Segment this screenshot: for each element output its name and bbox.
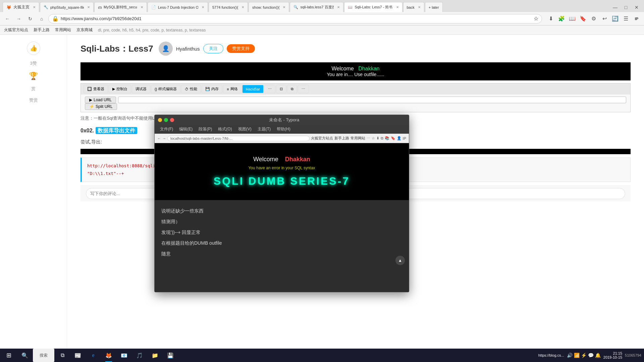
typora-tool1-icon[interactable]: ⬇ [376, 136, 379, 140]
minimize-button[interactable]: — [610, 3, 620, 12]
network-icon[interactable]: 📶 [574, 353, 580, 358]
tab-less7-outfile[interactable]: 📄 Less-7 Dumb Injection Outfile... ✕ [148, 2, 208, 12]
back-button[interactable]: ← [3, 14, 12, 23]
home-button[interactable]: ⌂ [37, 14, 46, 23]
tab-close-icon[interactable]: ✕ [141, 5, 143, 9]
tab-close-icon[interactable]: ✕ [202, 5, 204, 9]
tab-sqli-search[interactable]: 🔍 sqli-labs.less7 百度搜索 ✕ [290, 2, 343, 12]
tab-close-icon[interactable]: ✕ [396, 5, 399, 9]
tab-back[interactable]: back ✕ [403, 2, 424, 12]
bookmark-firefox[interactable]: 火狐官方站点 [3, 26, 30, 34]
like-button[interactable]: 👍 [27, 42, 40, 55]
typora-nav-forward[interactable]: → [162, 136, 166, 140]
close-button[interactable]: ✕ [632, 3, 641, 12]
battery-icon[interactable]: ⚡ [581, 353, 587, 358]
sync-button[interactable]: 🔄 [610, 14, 620, 23]
typora-menu-view[interactable]: 视图(V) [235, 126, 254, 133]
bookmark-newuser[interactable]: 新手上路 [32, 26, 51, 34]
tab-close-icon[interactable]: ✕ [241, 5, 244, 9]
typora-nav-back[interactable]: ← [157, 136, 161, 140]
typora-menu-paragraph[interactable]: 段落(P) [196, 126, 215, 133]
start-button[interactable]: ⊞ [3, 349, 15, 361]
devtab-hackbar[interactable]: HackBar [242, 85, 264, 93]
devtab-inspector[interactable]: 🔲 查看器 [84, 85, 108, 93]
notification-icon[interactable]: 🔔 [595, 353, 601, 358]
taskbar-taskview[interactable]: ⧉ [55, 349, 70, 362]
typora-minimize-button[interactable] [158, 118, 162, 122]
typora-tool5-icon[interactable]: 👤 [397, 136, 401, 140]
bookmark-code[interactable]: dl, pre, code, h6, h5, h4, pre, code, p,… [97, 27, 207, 33]
taskbar-thunderbird[interactable]: 📧 [117, 349, 131, 362]
typora-tool6-icon[interactable]: IP [403, 136, 406, 140]
typora-close-button[interactable] [170, 118, 174, 122]
typora-menu-file[interactable]: 文件(F) [157, 126, 176, 133]
tab-5774[interactable]: 5774 function(){ ✕ [209, 2, 248, 12]
devtab-icon2[interactable]: ⧉ [287, 85, 297, 93]
typora-tool4-icon[interactable]: 🔖 [391, 136, 395, 140]
ip-button[interactable]: IP [632, 14, 641, 23]
settings-button[interactable]: ⚙ [589, 14, 598, 23]
refresh-button[interactable]: ↻ [25, 14, 35, 23]
typora-tool2-icon[interactable]: ⧉ [381, 136, 383, 140]
tab-jianshu[interactable]: 📖 Sqli-Labs: Less7 - 简书 ✕ [344, 2, 402, 12]
devtab-network[interactable]: ≡ 网络 [223, 85, 241, 93]
taskbar-disk[interactable]: 💾 [163, 349, 178, 362]
tab-mysql[interactable]: 🗃 MySQL新特性_secure_file_pro... ✕ [94, 2, 147, 12]
extensions-button[interactable]: 🧩 [557, 14, 566, 23]
reader-button[interactable]: 📖 [568, 14, 577, 23]
scroll-up-button[interactable]: ▲ [395, 256, 405, 265]
maximize-button[interactable]: □ [621, 3, 631, 12]
tab-show[interactable]: show: function(){ ✕ [249, 2, 289, 12]
download-button[interactable]: ⬇ [546, 14, 555, 23]
devtab-more[interactable]: ⋯ [264, 85, 275, 93]
split-url-button[interactable]: ⚡ Split URL [85, 103, 117, 110]
typora-menu-edit[interactable]: 编辑(E) [176, 126, 195, 133]
devtab-style[interactable]: {} 样式编辑器 [151, 85, 180, 93]
devtab-debugger[interactable]: 调试器 [132, 85, 150, 93]
taskbar-cortana[interactable]: 🎵 [132, 349, 147, 362]
bookmark-common[interactable]: 常用网站 [54, 26, 72, 34]
typora-address-bar[interactable]: localhost/sqli-labs-master/Less-7/fd-... [167, 136, 310, 141]
hackbar-url-input[interactable] [118, 97, 626, 103]
typora-bookmark-1[interactable]: 火狐官方站点 [311, 136, 333, 141]
typora-menu-help[interactable]: 帮助(H) [274, 126, 293, 133]
devtab-perf[interactable]: ⏱ 性能 [181, 85, 201, 93]
menu-button[interactable]: ☰ [621, 14, 631, 23]
tab-close-icon[interactable]: ✕ [87, 5, 90, 9]
typora-star-icon[interactable]: ☆ [372, 136, 375, 140]
tab-firefox-home[interactable]: 🦊 火狐主页 ✕ [3, 2, 39, 12]
sponsor-button[interactable]: 赞赏支持 [227, 44, 255, 53]
bookmark-jd[interactable]: 京东商城 [75, 26, 94, 34]
devtab-dots[interactable]: ⋯ [298, 85, 309, 93]
tab-later[interactable]: + later [425, 2, 443, 12]
typora-menu-format[interactable]: 格式(O) [215, 126, 234, 133]
taskbar-firefox[interactable]: 🦊 [101, 349, 116, 362]
load-url-button[interactable]: ▶ Load URL [85, 97, 116, 103]
tab-close-icon[interactable]: ✕ [337, 5, 340, 9]
forward-button[interactable]: → [14, 14, 23, 23]
history-button[interactable]: ↩ [600, 14, 609, 23]
typora-menu-theme[interactable]: 主题(T) [255, 126, 273, 133]
devtab-icon1[interactable]: ⊡ [276, 85, 286, 93]
tab-close-icon[interactable]: ✕ [33, 5, 36, 9]
taskbar-files[interactable]: 📁 [148, 349, 162, 362]
taskbar-search[interactable]: 🔍 [17, 349, 32, 362]
typora-more-icon[interactable]: ⋯ [367, 136, 370, 140]
tab-phpstudy[interactable]: 🔧 phpStudy_square-file_pro... ✕ [40, 2, 94, 12]
devtab-console[interactable]: ▶ 控制台 [109, 85, 131, 93]
tab-close-icon[interactable]: ✕ [283, 5, 285, 9]
bookmark-button[interactable]: 🔖 [578, 14, 588, 23]
typora-bookmark-3[interactable]: 常用网站 [351, 136, 365, 141]
bookmark-star-icon[interactable]: ☆ [534, 15, 538, 22]
taskbar-news[interactable]: 📰 [70, 349, 85, 362]
devtab-memory[interactable]: 💾 内存 [202, 85, 222, 93]
typora-bookmark-2[interactable]: 新手上路 [334, 136, 349, 141]
speaker-icon[interactable]: 🔊 [567, 353, 573, 358]
taskbar-search-bar[interactable]: 搜索 [33, 349, 54, 362]
tab-close-icon[interactable]: ✕ [418, 5, 421, 9]
follow-button[interactable]: 关注 [203, 44, 223, 53]
chat-icon[interactable]: 💬 [588, 353, 594, 358]
typora-tool3-icon[interactable]: 📚 [385, 136, 389, 140]
address-input[interactable] [61, 16, 532, 21]
taskbar-ie[interactable]: e [86, 349, 101, 362]
